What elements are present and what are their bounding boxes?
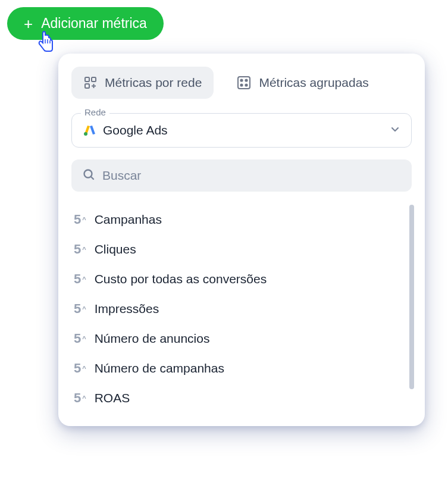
svg-point-11 [241,84,243,86]
add-metric-label: Adicionar métrica [41,15,147,32]
add-metric-button[interactable]: + Adicionar métrica [7,7,164,40]
metric-type-icon: 5^ [74,361,86,376]
chevron-down-icon [390,123,400,137]
metric-item[interactable]: 5^ Custo por todas as conversões [71,264,405,294]
tab-label: Métricas por rede [105,76,202,90]
metric-type-icon: 5^ [74,301,86,317]
google-ads-icon [83,124,96,137]
plus-icon: + [24,16,33,32]
network-selected-label: Google Ads [103,123,383,137]
metric-list: 5^ Campanhas 5^ Cliques 5^ Custo por tod… [71,205,405,413]
svg-point-13 [84,132,87,136]
metric-item[interactable]: 5^ Número de anuncios [71,324,405,353]
metric-type-icon: 5^ [74,212,86,227]
metric-type-icon: 5^ [74,271,86,287]
metrics-panel: Métricas por rede Métricas agrupadas Red… [58,54,425,426]
metric-label: Campanhas [95,212,162,227]
network-field: Rede Google Ads [71,113,412,148]
svg-rect-3 [85,77,89,82]
metric-type-icon: 5^ [74,331,86,346]
svg-rect-8 [238,77,250,89]
tabs-container: Métricas por rede Métricas agrupadas [71,67,412,99]
svg-point-12 [246,84,248,86]
metric-label: Número de campanhas [95,361,224,376]
tab-metrics-by-network[interactable]: Métricas por rede [71,67,214,99]
metric-label: Impressões [95,302,159,316]
metric-label: Custo por todas as conversões [95,272,267,286]
network-field-label: Rede [81,107,109,117]
svg-point-9 [241,79,243,81]
dice-icon [236,75,252,90]
metric-label: ROAS [95,391,130,405]
metric-item[interactable]: 5^ ROAS [71,383,405,413]
grid-plus-icon [83,76,98,90]
svg-rect-5 [85,84,89,88]
metric-label: Número de anuncios [95,331,210,346]
tab-grouped-metrics[interactable]: Métricas agrupadas [224,67,380,99]
scrollbar[interactable] [409,205,414,389]
metric-item[interactable]: 5^ Impressões [71,294,405,324]
svg-point-10 [246,79,248,81]
metric-item[interactable]: 5^ Cliques [71,234,405,264]
svg-rect-4 [92,77,96,82]
network-dropdown[interactable]: Google Ads [71,113,412,148]
search-icon [82,168,95,183]
svg-line-15 [91,177,93,179]
metric-type-icon: 5^ [74,242,86,257]
cursor-pointer-icon [37,31,56,55]
metric-item[interactable]: 5^ Campanhas [71,205,405,234]
metric-item[interactable]: 5^ Número de campanhas [71,353,405,383]
tab-label: Métricas agrupadas [259,76,368,90]
search-input[interactable] [102,168,401,183]
metric-label: Cliques [95,242,136,256]
search-wrapper [71,159,412,192]
metric-type-icon: 5^ [74,390,86,406]
metric-list-container: 5^ Campanhas 5^ Cliques 5^ Custo por tod… [71,205,412,413]
